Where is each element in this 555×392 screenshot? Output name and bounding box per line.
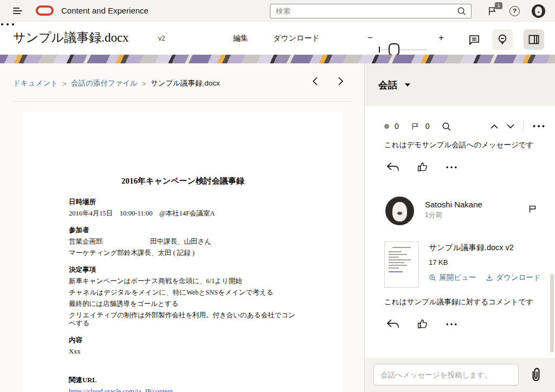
attachment-thumbnail[interactable] bbox=[384, 241, 419, 288]
doc-hyperlink[interactable]: https://cloud.oracle.com/ja_JP/content bbox=[69, 388, 297, 392]
doc-paragraph: 営業企画部 田中課長、山田さん bbox=[69, 238, 297, 246]
message-header: Satoshi Nakane 1分前 bbox=[385, 197, 543, 227]
attachment-download-link[interactable]: ダウンロード bbox=[486, 273, 541, 283]
doc-heading: 2016年キャンペーン検討会議事録 bbox=[47, 177, 319, 185]
document-title: サンプル議事録.docx bbox=[13, 29, 129, 46]
doc-section-heading: 関連URL bbox=[69, 376, 297, 384]
doc-paragraph: 2016年4月15日 10:00-11:00 @本社14F会議室A bbox=[69, 210, 297, 218]
doc-paragraph: 最終的には店舗誘導をゴールとする bbox=[69, 300, 297, 308]
conversation-search-icon[interactable] bbox=[442, 122, 451, 131]
oracle-logo bbox=[36, 5, 54, 16]
flagged-icon bbox=[411, 122, 420, 131]
breadcrumb-current-file: サンプル議事録.docx bbox=[151, 79, 220, 88]
more-actions-icon[interactable] bbox=[0, 22, 555, 27]
conversation-panel: 会話 0 0 bbox=[364, 63, 555, 392]
notifications-button[interactable]: 1 bbox=[487, 6, 498, 16]
breadcrumb-documents[interactable]: ドキュメント bbox=[13, 79, 58, 88]
like-icon[interactable] bbox=[417, 318, 428, 330]
panel-header: 会話 bbox=[365, 63, 555, 106]
doc-section-heading: 日時場所 bbox=[69, 198, 297, 206]
flag-message-icon[interactable] bbox=[528, 204, 538, 214]
zoom-slider[interactable] bbox=[381, 49, 427, 50]
breadcrumb-separator: > bbox=[62, 80, 67, 88]
doc-section-heading: 参加者 bbox=[69, 226, 297, 234]
comments-button[interactable] bbox=[464, 29, 485, 50]
hamburger-menu-icon[interactable] bbox=[13, 8, 23, 14]
panel-more-icon[interactable] bbox=[532, 124, 545, 128]
panel-body: 0 0 bbox=[365, 106, 555, 358]
breadcrumb-separator: > bbox=[142, 80, 146, 88]
message-timestamp: 1分前 bbox=[425, 211, 442, 220]
message-more-icon[interactable] bbox=[446, 322, 457, 326]
attachment-download-label: ダウンロード bbox=[496, 273, 541, 283]
like-icon[interactable] bbox=[417, 161, 428, 173]
doc-paragraph: Xxx bbox=[69, 348, 297, 356]
message-text: これはデモサンプル会話へのメッセージです bbox=[384, 140, 539, 150]
zoom-in-button[interactable]: + bbox=[438, 32, 444, 43]
unread-count: 0 bbox=[395, 122, 399, 130]
attachment-size: 17 KB bbox=[429, 258, 541, 266]
message-input[interactable] bbox=[373, 364, 519, 386]
attachment-card: サンプル議事録.docx v2 17 KB 展開ビュー bbox=[384, 241, 543, 291]
breadcrumb: ドキュメント > 会話の添付ファイル > サンプル議事録.docx bbox=[13, 79, 220, 88]
breadcrumb-conversation-attachments[interactable]: 会話の添付ファイル bbox=[71, 79, 138, 88]
download-button[interactable]: ダウンロード bbox=[273, 34, 320, 43]
message-more-icon[interactable] bbox=[446, 165, 457, 169]
message-text: これはサンプル議事録に対するコメントです bbox=[384, 297, 539, 307]
edit-button[interactable]: 編集 bbox=[233, 34, 248, 43]
chevron-down-icon bbox=[405, 83, 410, 87]
doc-paragraph: マーケティング部鈴木課長、太田 ( 記録 ) bbox=[69, 249, 297, 257]
help-button[interactable]: ? bbox=[509, 6, 520, 16]
attachment-filename[interactable]: サンプル議事録.docx v2 bbox=[429, 243, 541, 253]
divider bbox=[523, 121, 524, 132]
panel-scrollbar[interactable] bbox=[550, 274, 554, 352]
search-input[interactable] bbox=[270, 7, 457, 15]
zoom-slider-handle[interactable] bbox=[389, 43, 399, 56]
reply-icon[interactable] bbox=[386, 319, 399, 329]
message-actions bbox=[386, 318, 457, 330]
message-composer bbox=[365, 358, 555, 392]
flagged-count: 0 bbox=[425, 122, 430, 130]
expand-view-label: 展開ビュー bbox=[439, 273, 476, 283]
attach-file-icon[interactable] bbox=[529, 367, 543, 383]
doc-paragraph: 新車キャンペーンはボーナス商戦を念頭に、6/1より開始 bbox=[69, 277, 297, 285]
app-title: Content and Experience bbox=[61, 6, 149, 15]
doc-section-heading: 内容 bbox=[69, 336, 297, 344]
search-icon[interactable] bbox=[457, 6, 466, 16]
zoom-slider-track-end bbox=[379, 47, 380, 53]
message-actions bbox=[386, 161, 457, 173]
document-viewer: ドキュメント > 会話の添付ファイル > サンプル議事録.docx 2016年キ… bbox=[0, 63, 364, 392]
notification-badge: 1 bbox=[495, 2, 502, 9]
breadcrumb-row: ドキュメント > 会話の添付ファイル > サンプル議事録.docx bbox=[0, 63, 364, 101]
top-bar: Content and Experience 1 ? bbox=[0, 0, 555, 22]
expand-view-link[interactable]: 展開ビュー bbox=[429, 273, 476, 283]
document-page: 2016年キャンペーン検討会議事録 日時場所 2016年4月15日 10:00-… bbox=[23, 112, 343, 392]
global-search bbox=[270, 4, 472, 18]
theme-banner bbox=[0, 55, 555, 63]
doc-paragraph: クリエイティブの制作は外部製作会社を利用。付き合いのある会社でコンペする bbox=[69, 311, 297, 328]
doc-section-heading: 決定事項 bbox=[69, 266, 297, 274]
unread-dot-icon bbox=[384, 124, 389, 129]
reply-icon[interactable] bbox=[386, 162, 399, 172]
conversation-stats-row: 0 0 bbox=[384, 120, 545, 132]
doc-paragraph: チャネルはデジタルをメインに、特にWebとSNSをメインで考える bbox=[69, 289, 297, 297]
annotate-pin-button[interactable] bbox=[492, 29, 513, 50]
zoom-out-button[interactable]: − bbox=[367, 33, 372, 43]
side-panel-toggle-button[interactable] bbox=[524, 29, 544, 50]
next-file-icon[interactable] bbox=[336, 76, 345, 86]
divider bbox=[13, 101, 351, 102]
document-toolbar: サンプル議事録.docx v2 編集 ダウンロード − + bbox=[0, 22, 555, 55]
user-avatar[interactable] bbox=[532, 4, 545, 18]
panel-title-label: 会話 bbox=[378, 79, 397, 92]
author-name[interactable]: Satoshi Nakane bbox=[425, 200, 482, 209]
author-avatar[interactable] bbox=[385, 197, 414, 225]
previous-message-icon[interactable] bbox=[491, 124, 498, 129]
panel-title-dropdown[interactable]: 会話 bbox=[378, 79, 410, 92]
previous-file-icon[interactable] bbox=[311, 76, 320, 86]
next-message-icon[interactable] bbox=[507, 124, 514, 129]
version-selector[interactable]: v2 bbox=[158, 35, 165, 42]
